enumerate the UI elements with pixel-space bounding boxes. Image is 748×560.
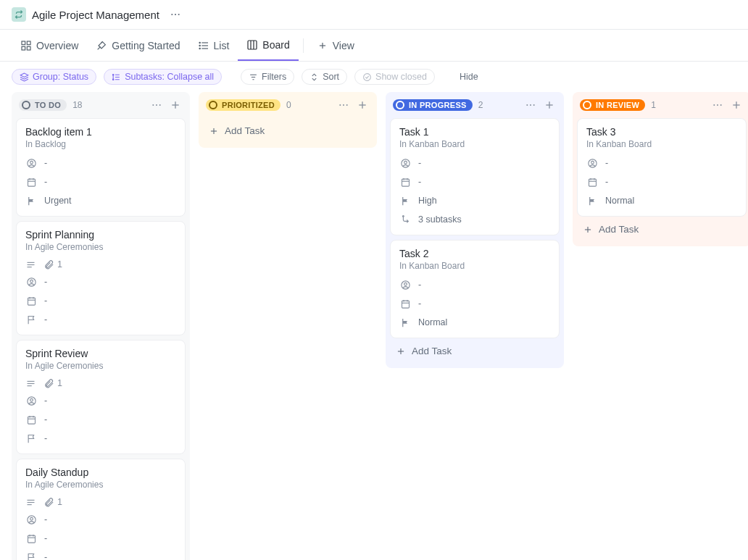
task-card[interactable]: Task 3 In Kanban Board - - Normal	[577, 118, 747, 217]
svg-point-65	[346, 104, 348, 106]
task-card[interactable]: Backlog item 1 In Backlog - - Urgent	[16, 118, 186, 217]
task-card[interactable]: Daily Standup In Agile Ceremonies 1 - - …	[16, 459, 186, 560]
column-add-button[interactable]	[355, 98, 370, 112]
add-task-button[interactable]: Add Task	[573, 217, 748, 242]
column-header: TO DO 18	[12, 92, 190, 118]
description-icon	[25, 378, 36, 389]
column-header: PRIORITIZED 0	[199, 92, 377, 118]
group-by-pill[interactable]: Group: Status	[12, 69, 96, 85]
show-closed-label: Show closed	[375, 72, 427, 82]
svg-point-24	[364, 73, 371, 80]
card-title: Sprint Review	[25, 348, 176, 359]
column-count: 2	[478, 100, 483, 110]
sort-label: Sort	[323, 72, 339, 82]
task-card[interactable]: Sprint Planning In Agile Ceremonies 1 - …	[16, 221, 186, 335]
hide-button[interactable]: Hide	[454, 70, 484, 84]
column-add-button[interactable]	[542, 98, 557, 112]
column-more-button[interactable]	[149, 98, 164, 112]
svg-point-49	[30, 398, 33, 401]
column-more-button[interactable]	[523, 98, 538, 112]
filters-button[interactable]: Filters	[241, 69, 294, 85]
add-task-label: Add Task	[225, 125, 265, 136]
plus-icon	[209, 126, 219, 136]
status-chip-in-progress[interactable]: IN PROGRESS	[393, 99, 473, 111]
card-priority-row: Urgent	[25, 191, 176, 210]
date-icon	[25, 295, 37, 306]
tab-list[interactable]: List	[189, 30, 238, 61]
card-date-row: -	[25, 172, 176, 191]
column-add-button[interactable]	[729, 98, 744, 112]
attachment-icon	[43, 259, 54, 270]
assignee-icon	[25, 157, 37, 169]
status-chip-prioritized[interactable]: PRIORITIZED	[206, 99, 280, 111]
assignee-icon	[25, 276, 37, 288]
description-icon	[25, 497, 36, 508]
card-attachments: 1	[25, 494, 176, 510]
group-label: Group: Status	[33, 72, 88, 82]
tab-board[interactable]: Board	[238, 30, 298, 61]
card-priority-row: Normal	[399, 313, 550, 332]
add-view-button[interactable]: View	[308, 30, 363, 61]
board-toolbar: Group: Status Subtasks: Collapse all Fil…	[0, 62, 748, 92]
svg-point-39	[27, 277, 35, 285]
assignee-value: -	[418, 280, 421, 290]
page-more-button[interactable]	[165, 7, 186, 22]
assignee-value: -	[605, 158, 608, 168]
show-closed-button[interactable]: Show closed	[354, 69, 435, 85]
svg-point-12	[199, 48, 200, 49]
column-in-review: IN REVIEW 1 Task 3 In Kanban Board - - N…	[573, 92, 748, 246]
sort-button[interactable]: Sort	[302, 69, 347, 85]
svg-point-30	[27, 159, 35, 167]
card-date-row: -	[25, 529, 176, 548]
status-label: PRIORITIZED	[222, 101, 275, 109]
plus-icon	[317, 40, 328, 51]
card-location: In Kanban Board	[586, 139, 737, 149]
status-dot-icon	[583, 101, 591, 109]
status-chip-todo[interactable]: TO DO	[19, 99, 67, 111]
card-assignee-row: -	[25, 510, 176, 529]
task-card[interactable]: Sprint Review In Agile Ceremonies 1 - - …	[16, 340, 186, 454]
overview-icon	[20, 40, 32, 51]
add-task-button[interactable]: Add Task	[199, 118, 377, 143]
status-label: TO DO	[35, 101, 61, 109]
card-location: In Backlog	[25, 139, 176, 149]
add-task-button[interactable]: Add Task	[386, 338, 564, 364]
date-value: -	[605, 177, 608, 187]
card-priority-row: Normal	[586, 191, 737, 210]
subtasks-pill[interactable]: Subtasks: Collapse all	[104, 69, 222, 85]
svg-point-95	[588, 159, 596, 167]
column-more-button[interactable]	[336, 98, 351, 112]
board-icon	[246, 39, 258, 51]
column-count: 1	[651, 100, 656, 110]
status-dot-icon	[396, 101, 404, 109]
svg-point-40	[30, 280, 33, 283]
list-icon	[198, 40, 209, 51]
tab-getting-started[interactable]: Getting Started	[87, 30, 188, 61]
card-title: Task 3	[586, 126, 737, 138]
check-circle-icon	[362, 72, 372, 82]
tab-label: Overview	[36, 40, 78, 51]
svg-point-31	[30, 161, 33, 164]
task-card[interactable]: Task 1 In Kanban Board - - High 3 subtas…	[390, 118, 560, 235]
tab-overview[interactable]: Overview	[12, 30, 87, 61]
svg-point-58	[30, 517, 33, 520]
svg-point-63	[339, 104, 341, 106]
column-cards: Task 1 In Kanban Board - - High 3 subtas…	[386, 118, 564, 338]
task-card[interactable]: Task 2 In Kanban Board - - Normal	[390, 240, 560, 338]
svg-point-25	[152, 104, 154, 106]
plus-icon	[396, 346, 406, 356]
status-label: IN REVIEW	[596, 101, 639, 109]
column-more-button[interactable]	[710, 98, 725, 112]
description-icon	[25, 259, 36, 270]
flag-icon	[399, 195, 411, 206]
svg-point-57	[27, 515, 35, 523]
priority-value: -	[44, 433, 47, 443]
column-add-button[interactable]	[168, 98, 183, 112]
svg-point-1	[175, 14, 176, 15]
status-chip-in-review[interactable]: IN REVIEW	[580, 99, 645, 111]
svg-rect-84	[402, 301, 409, 308]
card-priority-row: High	[399, 191, 550, 210]
card-location: In Agile Ceremonies	[25, 480, 176, 490]
svg-point-92	[720, 104, 722, 106]
app-icon	[12, 7, 26, 22]
